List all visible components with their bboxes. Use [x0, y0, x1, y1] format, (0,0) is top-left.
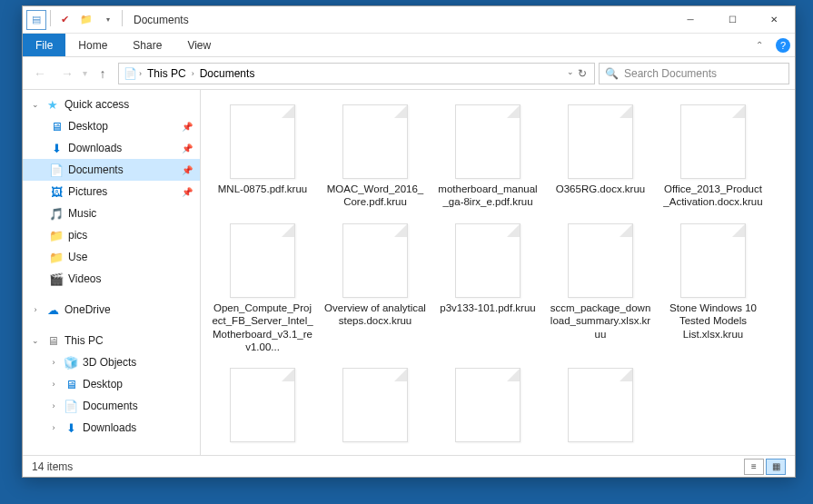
file-item[interactable]: [208, 364, 317, 450]
ribbon-expand-icon[interactable]: ⌃: [748, 34, 771, 56]
breadcrumb[interactable]: 📄 › This PC › Documents ⌄ ↻: [118, 63, 595, 84]
chevron-right-icon[interactable]: ›: [192, 69, 194, 78]
sidebar-item-pictures[interactable]: 🖼 Pictures 📌: [23, 181, 200, 203]
minimize-button[interactable]: ─: [669, 6, 711, 34]
breadcrumb-documents[interactable]: Documents: [196, 67, 259, 80]
chevron-down-icon[interactable]: ⌄: [30, 336, 41, 345]
file-thumb-icon: [342, 104, 408, 179]
file-item[interactable]: Open_Compute_Project_FB_Server_Intel_Mot…: [208, 220, 317, 358]
folder-icon[interactable]: 📁: [76, 10, 96, 30]
file-item[interactable]: [546, 364, 655, 450]
sidebar-item-label: OneDrive: [64, 303, 200, 316]
chevron-right-icon[interactable]: ›: [139, 69, 142, 78]
file-thumb-icon: [342, 368, 408, 442]
sidebar-item-3d-objects[interactable]: › 🧊 3D Objects: [23, 351, 200, 373]
file-name: MNL-0875.pdf.kruu: [218, 183, 307, 195]
file-item[interactable]: O365RG.docx.kruu: [546, 101, 655, 212]
breadcrumb-this-pc[interactable]: This PC: [144, 67, 190, 80]
file-list[interactable]: MNL-0875.pdf.kruu MOAC_Word_2016_Core.pd…: [201, 90, 795, 455]
sidebar-this-pc[interactable]: ⌄ 🖥 This PC: [23, 330, 200, 351]
chevron-down-icon[interactable]: ⌄: [30, 100, 41, 109]
checkmark-icon[interactable]: ✔: [55, 10, 74, 30]
separator: [50, 10, 51, 26]
documents-icon: 📄: [63, 398, 79, 414]
sidebar-item-label: Use: [68, 251, 200, 263]
sidebar-quick-access[interactable]: ⌄ ★ Quick access: [23, 94, 200, 115]
pin-icon: 📌: [182, 187, 193, 197]
dropdown-icon[interactable]: ▾: [98, 10, 118, 30]
chevron-right-icon[interactable]: ›: [48, 401, 59, 410]
sidebar-item-videos[interactable]: 🎬 Videos: [23, 268, 200, 290]
sidebar-item-desktop[interactable]: 🖥 Desktop 📌: [23, 115, 200, 137]
view-mode-buttons: ≡ ▦: [744, 459, 786, 475]
file-name: Open_Compute_Project_FB_Server_Intel_Mot…: [212, 301, 313, 354]
file-name: O365RG.docx.kruu: [556, 183, 645, 195]
file-item[interactable]: motherboard_manual_ga-8irx_e.pdf.kruu: [433, 101, 542, 212]
sidebar-item-music[interactable]: 🎵 Music: [23, 203, 200, 224]
star-icon: ★: [45, 96, 61, 113]
file-item[interactable]: p3v133-101.pdf.kruu: [433, 220, 542, 358]
properties-icon[interactable]: ▤: [26, 10, 46, 30]
sidebar-item-downloads[interactable]: ⬇ Downloads 📌: [23, 137, 200, 159]
icons-view-button[interactable]: ▦: [766, 459, 786, 475]
file-thumb-icon: [230, 223, 295, 298]
sidebar-item-use[interactable]: 📁 Use: [23, 246, 200, 268]
refresh-icon[interactable]: ↻: [578, 67, 587, 80]
sidebar-item-pc-documents[interactable]: › 📄 Documents: [23, 395, 200, 417]
sidebar-item-label: 3D Objects: [83, 356, 200, 369]
sidebar-item-label: Downloads: [83, 421, 200, 434]
sidebar-item-pics[interactable]: 📁 pics: [23, 224, 200, 246]
file-thumb-icon: [230, 368, 295, 442]
file-thumb-icon: [568, 223, 633, 298]
forward-button[interactable]: →: [55, 62, 79, 85]
maximize-button[interactable]: ☐: [711, 6, 753, 34]
file-thumb-icon: [455, 104, 521, 179]
sidebar-onedrive[interactable]: › ☁ OneDrive: [23, 299, 200, 321]
sidebar-item-documents[interactable]: 📄 Documents 📌: [23, 159, 200, 181]
file-item[interactable]: Overview of analytical steps.docx.kruu: [321, 220, 430, 358]
chevron-right-icon[interactable]: ›: [48, 358, 59, 367]
ribbon-tab-file[interactable]: File: [23, 34, 65, 56]
file-item[interactable]: MOAC_Word_2016_Core.pdf.kruu: [321, 101, 430, 212]
ribbon-tab-home[interactable]: Home: [65, 34, 120, 56]
recent-dropdown-icon[interactable]: ▾: [83, 68, 87, 78]
file-item[interactable]: Office_2013_Product_Activation.docx.kruu: [659, 101, 768, 212]
sidebar-item-pc-desktop[interactable]: › 🖥 Desktop: [23, 373, 200, 395]
downloads-icon: ⬇: [63, 420, 79, 436]
file-thumb-icon: [680, 104, 746, 179]
sidebar-item-label: Documents: [83, 400, 200, 412]
chevron-right-icon[interactable]: ›: [30, 305, 41, 314]
details-view-button[interactable]: ≡: [744, 459, 764, 475]
close-button[interactable]: ✕: [753, 6, 795, 34]
file-item[interactable]: [433, 364, 542, 450]
ribbon-tab-share[interactable]: Share: [120, 34, 174, 56]
sidebar-item-label: This PC: [64, 334, 200, 347]
separator: [122, 10, 123, 26]
sidebar-item-label: Desktop: [83, 378, 200, 390]
file-item[interactable]: [321, 364, 430, 450]
file-thumb-icon: [568, 104, 633, 179]
file-thumb-icon: [230, 104, 295, 179]
pc-icon: 🖥: [45, 332, 61, 349]
explorer-window: ▤ ✔ 📁 ▾ Documents ─ ☐ ✕ File Home Share …: [22, 5, 796, 478]
pin-icon: 📌: [182, 143, 193, 153]
sidebar-item-label: Documents: [68, 163, 178, 176]
file-item[interactable]: MNL-0875.pdf.kruu: [208, 101, 317, 212]
chevron-right-icon[interactable]: ›: [48, 423, 59, 432]
file-item[interactable]: sccm_package_download_summary.xlsx.kruu: [546, 220, 655, 358]
search-input[interactable]: 🔍 Search Documents: [599, 63, 789, 84]
help-button[interactable]: ?: [771, 34, 795, 56]
item-count: 14 items: [32, 460, 73, 473]
dropdown-icon[interactable]: ⌄: [567, 67, 574, 80]
navigation-pane: ⌄ ★ Quick access 🖥 Desktop 📌 ⬇ Downloads…: [23, 90, 201, 455]
documents-icon: 📄: [48, 162, 64, 178]
ribbon-tab-view[interactable]: View: [174, 34, 223, 56]
up-button[interactable]: ↑: [91, 62, 114, 85]
file-item[interactable]: Stone Windows 10 Tested Models List.xlsx…: [659, 220, 768, 358]
chevron-right-icon[interactable]: ›: [48, 380, 59, 389]
file-name: Office_2013_Product_Activation.docx.kruu: [662, 183, 764, 209]
sidebar-item-pc-downloads[interactable]: › ⬇ Downloads: [23, 417, 200, 439]
file-name: Overview of analytical steps.docx.kruu: [324, 301, 426, 328]
sidebar-item-label: Videos: [68, 272, 200, 285]
back-button[interactable]: ←: [28, 62, 52, 85]
